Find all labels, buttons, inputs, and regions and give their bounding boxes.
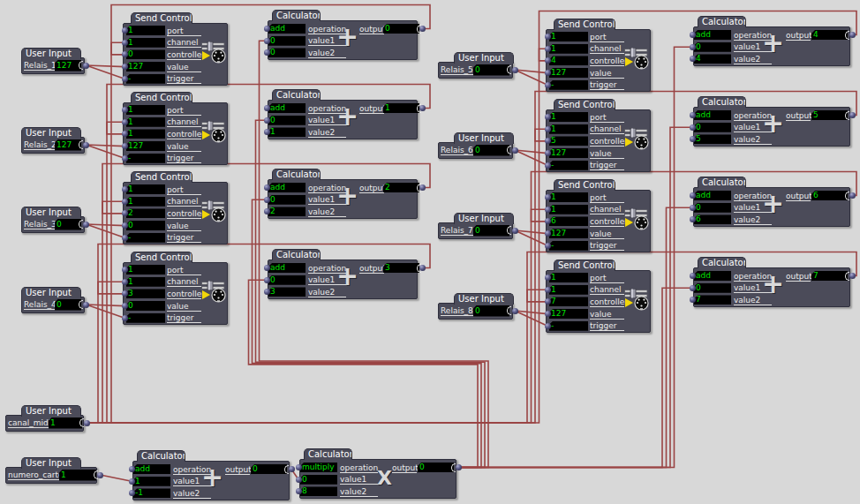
value-input-connector[interactable] bbox=[545, 150, 551, 156]
value-field[interactable]: 0 bbox=[126, 301, 165, 311]
value2-input-connector[interactable] bbox=[264, 289, 270, 295]
value-field[interactable]: 0 bbox=[473, 225, 509, 237]
node-tab[interactable]: User Input bbox=[21, 405, 81, 417]
node-tab[interactable]: User Input bbox=[21, 287, 81, 298]
trigger-field[interactable]: - bbox=[549, 321, 588, 331]
node-tab[interactable]: Send Control bbox=[131, 92, 192, 103]
channel-field[interactable]: 1 bbox=[126, 277, 165, 287]
port-field[interactable]: 1 bbox=[126, 184, 165, 194]
node-tab[interactable]: Calculator bbox=[137, 450, 185, 462]
trigger-field[interactable]: - bbox=[126, 233, 165, 243]
value1-input-connector[interactable] bbox=[264, 117, 270, 124]
value1-input-connector[interactable] bbox=[264, 277, 270, 283]
output-connector[interactable] bbox=[512, 147, 518, 154]
node-tab[interactable]: Calculator bbox=[272, 169, 321, 180]
value-input-connector[interactable] bbox=[545, 311, 551, 317]
value-input-connector[interactable] bbox=[122, 64, 128, 70]
value2-input-connector[interactable] bbox=[690, 216, 696, 222]
operation-field[interactable]: add bbox=[694, 110, 731, 120]
trigger-input-connector[interactable] bbox=[122, 76, 128, 82]
controller-field[interactable]: 5 bbox=[549, 136, 588, 146]
channel-input-connector[interactable] bbox=[545, 207, 551, 213]
port-field[interactable]: 1 bbox=[549, 192, 588, 202]
value-field[interactable]: 0 bbox=[473, 305, 509, 317]
operation-input-connector[interactable] bbox=[129, 466, 135, 472]
operation-field[interactable]: add bbox=[268, 103, 306, 113]
output-field[interactable]: 0 bbox=[418, 463, 454, 472]
value1-field[interactable]: 0 bbox=[694, 203, 731, 213]
output-connector[interactable] bbox=[83, 302, 89, 308]
value1-field[interactable]: 0 bbox=[694, 123, 731, 132]
operation-input-connector[interactable] bbox=[690, 32, 696, 38]
trigger-field[interactable]: - bbox=[126, 313, 165, 323]
value2-input-connector[interactable] bbox=[264, 49, 270, 56]
output-connector[interactable] bbox=[849, 112, 856, 118]
value1-input-connector[interactable] bbox=[129, 478, 135, 485]
value-field[interactable]: 127 bbox=[55, 60, 81, 71]
output-field[interactable]: 5 bbox=[811, 110, 848, 120]
trigger-input-connector[interactable] bbox=[545, 243, 551, 249]
operation-input-connector[interactable] bbox=[690, 273, 696, 279]
node-tab[interactable]: User Input bbox=[21, 48, 81, 59]
operation-input-connector[interactable] bbox=[264, 26, 270, 32]
port-input-connector[interactable] bbox=[122, 107, 128, 113]
value-input-connector[interactable] bbox=[122, 143, 128, 149]
value2-field[interactable]: 6 bbox=[694, 214, 731, 224]
node-tab[interactable]: Send Control bbox=[554, 260, 615, 271]
output-connector[interactable] bbox=[83, 222, 89, 228]
node-tab[interactable]: Calculator bbox=[698, 257, 746, 268]
controller-input-connector[interactable] bbox=[545, 218, 551, 224]
port-input-connector[interactable] bbox=[545, 275, 551, 281]
controller-field[interactable]: 7 bbox=[549, 297, 588, 306]
channel-field[interactable]: 1 bbox=[126, 38, 165, 48]
value2-field[interactable]: 7 bbox=[694, 295, 731, 305]
node-tab[interactable]: User Input bbox=[21, 207, 81, 218]
operation-input-connector[interactable] bbox=[690, 192, 696, 199]
output-connector[interactable] bbox=[419, 265, 426, 271]
value1-field[interactable]: 0 bbox=[694, 42, 731, 52]
node-tab[interactable]: Send Control bbox=[554, 99, 615, 110]
patch-canvas[interactable]: User InputRelais_1127User InputRelais_21… bbox=[0, 0, 860, 504]
value-field[interactable]: 0 bbox=[473, 145, 509, 156]
value1-input-connector[interactable] bbox=[690, 44, 696, 50]
controller-field[interactable]: 6 bbox=[549, 216, 588, 226]
operation-field[interactable]: add bbox=[694, 30, 731, 40]
value2-field[interactable]: 2 bbox=[268, 207, 306, 216]
port-field[interactable]: 1 bbox=[549, 112, 588, 122]
value1-field[interactable]: 1 bbox=[133, 477, 170, 486]
channel-input-connector[interactable] bbox=[122, 119, 128, 125]
value1-field[interactable]: 0 bbox=[694, 283, 731, 293]
output-connector[interactable] bbox=[419, 26, 426, 32]
value-field[interactable]: 0 bbox=[473, 64, 509, 76]
operation-field[interactable]: add bbox=[268, 183, 306, 192]
operation-field[interactable]: add bbox=[268, 24, 306, 34]
operation-field[interactable]: add bbox=[694, 191, 731, 200]
output-connector[interactable] bbox=[419, 105, 426, 111]
value-field[interactable]: 0 bbox=[55, 219, 81, 230]
channel-input-connector[interactable] bbox=[545, 126, 551, 132]
node-tab[interactable]: User Input bbox=[21, 457, 81, 469]
output-connector[interactable] bbox=[83, 142, 89, 148]
value2-field[interactable]: 0 bbox=[268, 48, 306, 57]
node-tab[interactable]: Send Control bbox=[554, 179, 615, 191]
value-field[interactable]: 127 bbox=[549, 229, 588, 238]
value2-input-connector[interactable] bbox=[690, 297, 696, 303]
trigger-field[interactable]: - bbox=[549, 80, 588, 90]
controller-field[interactable]: 3 bbox=[126, 289, 165, 298]
operation-field[interactable]: add bbox=[694, 271, 731, 281]
value1-field[interactable]: 0 bbox=[300, 475, 337, 485]
output-connector[interactable] bbox=[512, 308, 518, 314]
node-tab[interactable]: Calculator bbox=[272, 10, 321, 21]
output-field[interactable]: 0 bbox=[251, 464, 287, 474]
value2-input-connector[interactable] bbox=[264, 129, 270, 135]
value-field[interactable]: 127 bbox=[549, 68, 588, 78]
node-tab[interactable]: Calculator bbox=[698, 96, 746, 108]
trigger-field[interactable]: - bbox=[126, 74, 165, 84]
operation-input-connector[interactable] bbox=[264, 105, 270, 111]
node-tab[interactable]: User Input bbox=[21, 127, 81, 139]
channel-input-connector[interactable] bbox=[122, 199, 128, 205]
operation-field[interactable]: add bbox=[133, 464, 170, 474]
port-field[interactable]: 1 bbox=[126, 265, 165, 275]
output-field[interactable]: 3 bbox=[383, 263, 419, 273]
node-tab[interactable]: User Input bbox=[454, 52, 514, 64]
